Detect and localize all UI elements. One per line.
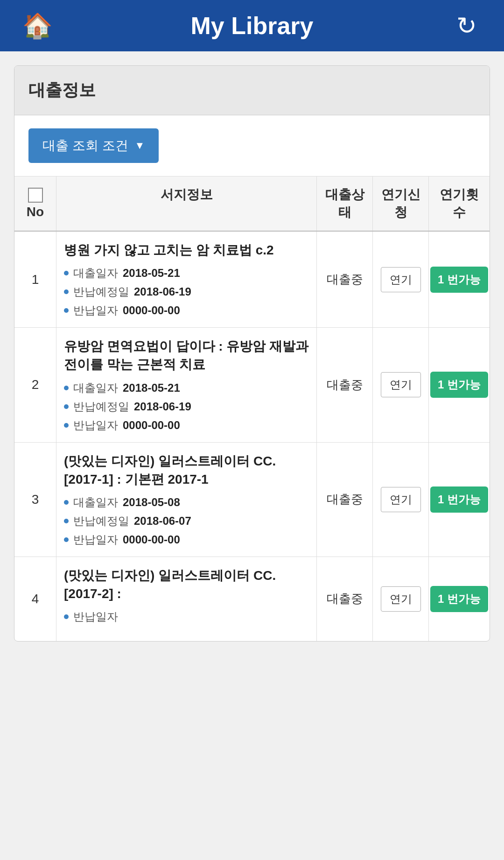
due-date-label: 반납예정일	[73, 399, 129, 414]
count-badge-3: 1 번가능	[430, 486, 488, 513]
dot-icon	[64, 404, 69, 409]
row-biblio-4: (맛있는 디자인) 일러스트레이터 CC. [2017-2] : 반납일자	[56, 557, 317, 641]
count-badge-1: 1 번가능	[430, 267, 488, 293]
home-icon[interactable]: 🏠	[19, 12, 56, 40]
col-count: 연기횟수	[429, 176, 490, 231]
col-renew: 연기신청	[373, 176, 429, 231]
count-badge-4: 1 번가능	[430, 586, 488, 612]
row-due-date-2: 반납예정일 2018-06-19	[64, 399, 309, 414]
row-loan-date-3: 대출일자 2018-05-08	[64, 495, 309, 510]
row-number-4: 4	[14, 557, 56, 641]
due-date-value: 2018-06-19	[134, 285, 191, 298]
dot-icon	[64, 308, 69, 313]
dot-icon	[64, 386, 69, 390]
return-date-label: 반납일자	[73, 303, 118, 318]
row-count-2: 1 번가능	[429, 328, 490, 442]
row-title-1: 병원 가지 않고 고치는 암 치료법 c.2	[64, 241, 309, 259]
loan-date-label: 대출일자	[73, 381, 118, 395]
due-date-label: 반납예정일	[73, 284, 129, 299]
col-no: No	[14, 176, 56, 231]
row-count-4: 1 번가능	[429, 557, 490, 641]
dot-icon	[64, 423, 69, 428]
row-biblio-2: 유방암 면역요법이 답이다 : 유방암 재발과 전이를 막는 근본적 치료 대출…	[56, 328, 317, 442]
row-title-4: (맛있는 디자인) 일러스트레이터 CC. [2017-2] :	[64, 566, 309, 603]
row-return-date-4: 반납일자	[64, 609, 309, 624]
renew-button-1[interactable]: 연기	[381, 267, 421, 292]
return-date-label: 반납일자	[73, 609, 118, 624]
return-date-label: 반납일자	[73, 418, 118, 433]
row-status-3: 대출중	[317, 443, 373, 557]
table-row: 2 유방암 면역요법이 답이다 : 유방암 재발과 전이를 막는 근본적 치료 …	[14, 328, 490, 442]
return-date-value: 0000-00-00	[123, 533, 180, 546]
table-header: No 서지정보 대출상태 연기신청 연기횟수	[14, 176, 490, 232]
col-biblio: 서지정보	[56, 176, 317, 231]
row-count-3: 1 번가능	[429, 443, 490, 557]
return-date-value: 0000-00-00	[123, 304, 180, 317]
row-status-1: 대출중	[317, 232, 373, 327]
row-info-3: 대출일자 2018-05-08 반납예정일 2018-06-07 반납일자 00…	[64, 495, 309, 547]
refresh-icon[interactable]: ↻	[448, 12, 485, 40]
row-return-date-2: 반납일자 0000-00-00	[64, 418, 309, 433]
row-number-2: 2	[14, 328, 56, 442]
row-info-2: 대출일자 2018-05-21 반납예정일 2018-06-19 반납일자 00…	[64, 381, 309, 433]
row-status-2: 대출중	[317, 328, 373, 442]
due-date-label: 반납예정일	[73, 514, 129, 529]
dot-icon	[64, 500, 69, 505]
renew-button-2[interactable]: 연기	[381, 372, 421, 397]
row-renew-2[interactable]: 연기	[373, 328, 429, 442]
dot-icon	[64, 537, 69, 542]
row-loan-date-1: 대출일자 2018-05-21	[64, 266, 309, 281]
dot-icon	[64, 289, 69, 294]
row-due-date-1: 반납예정일 2018-06-19	[64, 284, 309, 299]
filter-section: 대출 조회 조건 ▼	[14, 115, 490, 176]
return-date-value: 0000-00-00	[123, 419, 180, 432]
table-row: 3 (맛있는 디자인) 일러스트레이터 CC. [2017-1] : 기본편 2…	[14, 443, 490, 557]
loan-date-label: 대출일자	[73, 495, 118, 510]
row-loan-date-2: 대출일자 2018-05-21	[64, 381, 309, 395]
row-return-date-1: 반납일자 0000-00-00	[64, 303, 309, 318]
due-date-value: 2018-06-19	[134, 400, 191, 413]
row-title-2: 유방암 면역요법이 답이다 : 유방암 재발과 전이를 막는 근본적 치료	[64, 337, 309, 374]
dot-icon	[64, 614, 69, 619]
loan-date-value: 2018-05-21	[123, 381, 180, 395]
row-renew-1[interactable]: 연기	[373, 232, 429, 327]
row-count-1: 1 번가능	[429, 232, 490, 327]
row-renew-3[interactable]: 연기	[373, 443, 429, 557]
count-badge-2: 1 번가능	[430, 372, 488, 398]
col-status: 대출상태	[317, 176, 373, 231]
col-no-label: No	[27, 204, 44, 219]
loan-date-label: 대출일자	[73, 266, 118, 281]
app-header: 🏠 My Library ↻	[0, 0, 504, 51]
table-body: 1 병원 가지 않고 고치는 암 치료법 c.2 대출일자 2018-05-21…	[14, 232, 490, 641]
chevron-down-icon: ▼	[135, 140, 145, 152]
row-biblio-1: 병원 가지 않고 고치는 암 치료법 c.2 대출일자 2018-05-21 반…	[56, 232, 317, 327]
loan-date-value: 2018-05-08	[123, 496, 180, 509]
return-date-label: 반납일자	[73, 532, 118, 547]
row-status-4: 대출중	[317, 557, 373, 641]
loan-card: 대출정보 대출 조회 조건 ▼ No 서지정보 대출상태 연기신청 연기횟수	[14, 65, 490, 641]
select-all-checkbox[interactable]	[28, 188, 43, 203]
row-number-1: 1	[14, 232, 56, 327]
row-number-3: 3	[14, 443, 56, 557]
row-biblio-3: (맛있는 디자인) 일러스트레이터 CC. [2017-1] : 기본편 201…	[56, 443, 317, 557]
due-date-value: 2018-06-07	[134, 515, 191, 528]
row-return-date-3: 반납일자 0000-00-00	[64, 532, 309, 547]
row-due-date-3: 반납예정일 2018-06-07	[64, 514, 309, 529]
row-renew-4[interactable]: 연기	[373, 557, 429, 641]
card-title: 대출정보	[28, 79, 476, 102]
row-info-4: 반납일자	[64, 609, 309, 624]
dot-icon	[64, 519, 69, 523]
loan-date-value: 2018-05-21	[123, 267, 180, 280]
card-header: 대출정보	[14, 66, 490, 115]
table-row: 1 병원 가지 않고 고치는 암 치료법 c.2 대출일자 2018-05-21…	[14, 232, 490, 328]
renew-button-3[interactable]: 연기	[381, 487, 421, 512]
main-content: 대출정보 대출 조회 조건 ▼ No 서지정보 대출상태 연기신청 연기횟수	[0, 51, 504, 656]
loan-table: No 서지정보 대출상태 연기신청 연기횟수 1 병원 가지 않고 고치는 암 …	[14, 176, 490, 641]
table-row: 4 (맛있는 디자인) 일러스트레이터 CC. [2017-2] : 반납일자 …	[14, 557, 490, 641]
filter-button[interactable]: 대출 조회 조건 ▼	[28, 128, 159, 163]
renew-button-4[interactable]: 연기	[381, 586, 421, 612]
row-info-1: 대출일자 2018-05-21 반납예정일 2018-06-19 반납일자 00…	[64, 266, 309, 318]
dot-icon	[64, 271, 69, 275]
row-title-3: (맛있는 디자인) 일러스트레이터 CC. [2017-1] : 기본편 201…	[64, 452, 309, 488]
page-title: My Library	[56, 12, 448, 40]
